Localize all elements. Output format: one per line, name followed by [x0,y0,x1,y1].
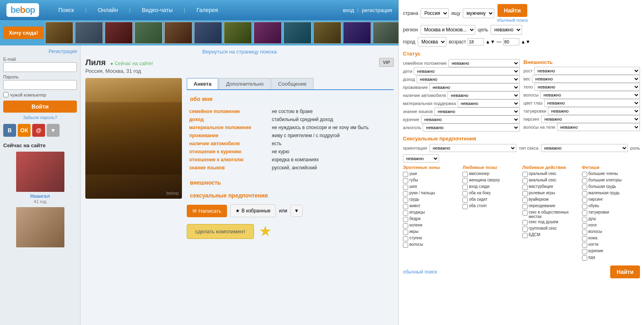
age-to-input[interactable] [503,38,519,45]
body-filter-select[interactable]: неважно [535,83,640,91]
pose-both-standing-checkbox[interactable] [462,204,468,209]
fetish-leather-checkbox[interactable] [582,236,587,241]
car-filter-select[interactable]: неважно [448,91,519,99]
login-button[interactable]: Войти [3,101,77,113]
action-dress-checkbox[interactable] [522,204,528,209]
alcohol-filter-select[interactable]: неважно [423,123,519,132]
income-filter-select[interactable]: неважно [417,75,519,83]
action-roleplay-checkbox[interactable] [522,191,528,196]
back-to-search-link[interactable]: Вернуться на страницу поиска [85,49,394,55]
online-user-1-name[interactable]: Неангел [3,193,77,199]
role-select[interactable]: неважно [403,154,439,162]
online-user-2-photo[interactable] [16,207,64,247]
strip-photo-2[interactable] [75,22,103,44]
tab-anketa[interactable]: Анкета [187,78,218,89]
fetish-hair-checkbox[interactable] [582,230,587,235]
action-oral-checkbox[interactable] [522,172,528,177]
action-shower-checkbox[interactable] [522,220,528,225]
strip-photo-1[interactable] [45,22,73,44]
children-filter-select[interactable]: неважно [414,67,519,75]
logo[interactable]: bebop [6,3,39,17]
smoking-filter-select[interactable]: неважно [421,115,520,123]
erogenous-belly-checkbox[interactable] [403,204,408,209]
strip-photo-6[interactable] [194,22,222,44]
strip-photo-12[interactable] [373,22,401,44]
pose-both-sitting-checkbox[interactable] [462,197,468,203]
erogenous-hair-checkbox[interactable] [403,243,408,248]
find-button-top[interactable]: Найти [497,4,527,17]
fetish-big-members-checkbox[interactable] [582,172,587,177]
registration-link[interactable]: Регистрация [3,49,77,54]
pose-missionary-checkbox[interactable] [462,172,468,177]
strip-photo-11[interactable] [343,22,371,44]
online-user-2[interactable] [3,207,77,247]
support-filter-select[interactable]: неважно [458,99,520,107]
action-masturbation-checkbox[interactable] [522,185,528,190]
online-user-1-photo[interactable] [16,152,64,192]
tattoo-filter-select[interactable]: неважно [548,107,640,115]
register-link[interactable]: регистрация [362,7,392,13]
body-hair-filter-select[interactable]: неважно [557,123,640,131]
tab-message[interactable]: Сообщение [271,78,314,89]
profile-main-photo[interactable]: bebop [85,78,182,199]
strip-photo-4[interactable] [134,22,163,44]
living-filter-select[interactable]: неважно [429,83,520,91]
city-select[interactable]: Москва [418,37,446,47]
stranger-checkbox[interactable] [3,92,8,97]
erogenous-buttocks-checkbox[interactable] [403,210,408,216]
action-anal-checkbox[interactable] [522,178,528,183]
strip-photo-10[interactable] [313,22,341,44]
seeking-select[interactable]: мужчину [463,8,494,18]
fetish-tattoos-checkbox[interactable] [582,210,587,216]
action-public-checkbox[interactable] [522,210,528,216]
hair-filter-select[interactable]: неважно [540,91,640,99]
login-link[interactable]: вход [343,7,354,13]
nav-search[interactable]: Поиск [55,5,77,15]
fetish-big-breast-checkbox[interactable] [582,185,587,190]
fetish-clitoris-checkbox[interactable] [582,178,587,183]
chat-icon[interactable]: ▼ [47,124,60,137]
strip-photo-9[interactable] [283,22,312,44]
compliment-button[interactable]: сделать комплимент [187,224,254,239]
sex-type-select[interactable]: неважно [541,144,628,152]
fetish-food-checkbox[interactable] [582,255,587,261]
erogenous-hands-checkbox[interactable] [403,191,408,196]
fetish-smoking-checkbox[interactable] [582,249,587,254]
erogenous-neck-checkbox[interactable] [403,185,408,190]
nav-video[interactable]: Видео-чаты [138,5,176,15]
nav-gallery[interactable]: Галерея [193,5,221,15]
want-here-button[interactable]: Хочу сюда! [3,27,43,39]
marital-filter-select[interactable]: неважно [448,59,520,67]
more-options-button[interactable]: ▼ [291,205,303,217]
action-bdsm-checkbox[interactable] [522,233,528,238]
pose-woman-top-checkbox[interactable] [462,178,468,183]
erogenous-ears-checkbox[interactable] [403,172,408,177]
email-input[interactable] [3,62,77,72]
fetish-nails-checkbox[interactable] [582,243,587,248]
simple-search-link-top[interactable]: обычный поиск [497,18,528,23]
erogenous-lips-checkbox[interactable] [403,178,408,183]
fetish-shoes-checkbox[interactable] [582,204,587,209]
fetish-legs-checkbox[interactable] [582,223,587,228]
simple-search-link-bottom[interactable]: обычный поиск [403,269,437,275]
pose-from-behind-checkbox[interactable] [462,185,468,190]
goal-select[interactable]: неважно [491,25,522,35]
erogenous-calves-checkbox[interactable] [403,230,408,235]
mail-icon[interactable]: @ [32,124,45,137]
find-button-bottom[interactable]: Найти [610,265,640,278]
strip-photo-3[interactable] [105,22,133,44]
tab-additional[interactable]: Дополнительно [219,78,270,89]
nav-online[interactable]: Онлайн [95,5,121,15]
password-input[interactable] [3,80,77,90]
erogenous-knees-checkbox[interactable] [403,223,408,228]
ok-icon[interactable]: ОК [18,124,31,137]
action-voyeurism-checkbox[interactable] [522,197,528,203]
fetish-small-breast-checkbox[interactable] [582,191,587,196]
strip-photo-8[interactable] [254,22,282,44]
region-select[interactable]: Москва и Москов... [421,25,475,35]
pose-both-side-checkbox[interactable] [462,191,468,196]
orientation-select[interactable]: неважно [429,144,516,152]
action-group-checkbox[interactable] [522,226,528,232]
height-filter-select[interactable]: неважно [534,67,640,75]
online-user-1[interactable]: Неангел 41 год [3,152,77,204]
